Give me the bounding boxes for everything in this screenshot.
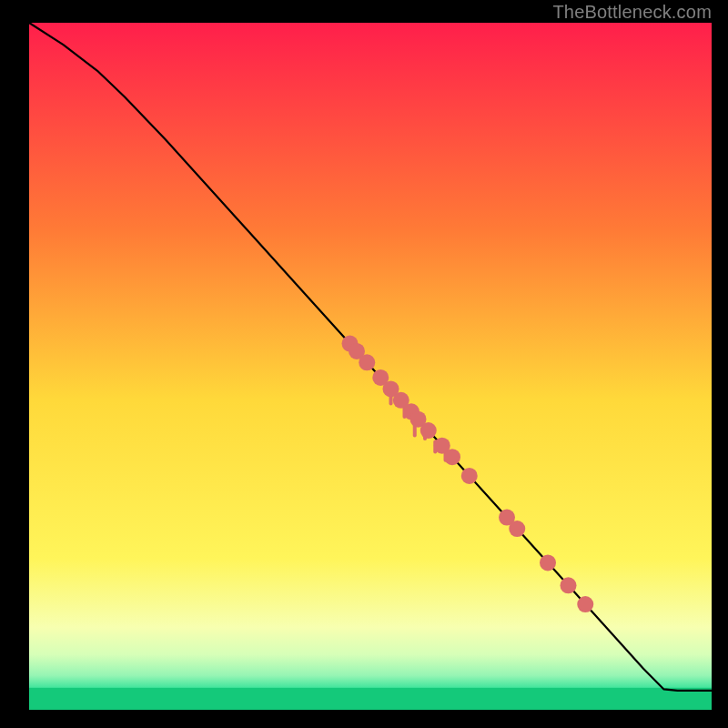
watermark-text: TheBottleneck.com bbox=[552, 2, 712, 23]
svg-point-17 bbox=[461, 468, 478, 484]
svg-point-22 bbox=[577, 596, 593, 612]
svg-point-14 bbox=[420, 422, 437, 439]
bottom-band bbox=[29, 688, 712, 710]
svg-point-16 bbox=[444, 449, 460, 465]
chart-canvas bbox=[0, 0, 728, 728]
svg-point-20 bbox=[540, 554, 556, 571]
svg-point-8 bbox=[359, 354, 375, 370]
svg-point-19 bbox=[509, 521, 525, 537]
svg-point-21 bbox=[561, 577, 577, 593]
chart-root: TheBottleneck.com bbox=[0, 0, 728, 728]
